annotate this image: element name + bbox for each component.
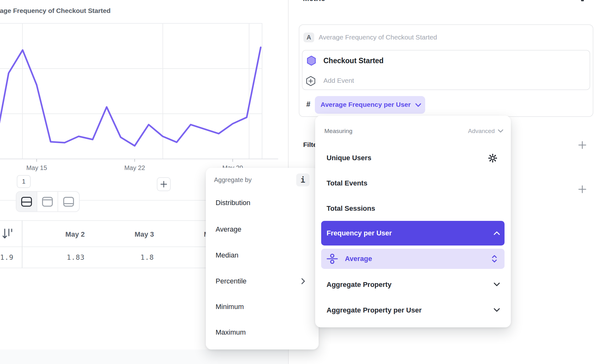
menu-item-median[interactable]: Median — [216, 251, 238, 259]
add-filter-button[interactable] — [578, 141, 586, 149]
add-button[interactable] — [157, 177, 171, 191]
table-cell-2: 1.8 — [140, 253, 154, 261]
advanced-chevron-down-icon[interactable] — [498, 129, 504, 133]
table-cell-0: 1.9 — [0, 253, 14, 261]
page-bottom-band — [0, 349, 288, 364]
menu-item-total-sessions[interactable]: Total Sessions — [327, 204, 375, 213]
measure-dropdown-label: Average Frequency per User — [321, 101, 411, 108]
layout-chart-top-icon — [42, 197, 53, 207]
layout-toggle-group — [16, 191, 80, 212]
measure-chevron-down-icon — [415, 103, 421, 107]
menu-item-aggregate-property-per-user[interactable]: Aggregate Property per User — [327, 306, 422, 314]
event-hexagon-icon — [307, 56, 316, 66]
measuring-label: Measuring — [324, 128, 352, 135]
table-header-may2[interactable]: May 2 — [65, 230, 85, 239]
plus-icon — [160, 181, 167, 188]
metric-section-heading: Metric — [303, 0, 325, 3]
line-chart — [0, 0, 288, 173]
menu-item-percentile[interactable]: Percentile — [216, 277, 247, 285]
x-tick-may22: May 22 — [124, 164, 145, 172]
layout-table-bottom-button[interactable] — [58, 192, 79, 211]
chevron-up-icon — [493, 231, 500, 235]
section-separator-left — [0, 200, 16, 201]
aggregate-by-label: Aggregate by — [214, 176, 252, 184]
menu-item-distribution[interactable]: Distribution — [216, 199, 250, 207]
aggregate-property-per-user-chevron-down-icon — [493, 308, 500, 312]
average-divide-icon — [327, 253, 338, 264]
table-column-separator — [22, 221, 22, 268]
x-tick-may15: May 15 — [26, 164, 47, 172]
add-breakdown-button[interactable] — [578, 185, 586, 193]
add-event-hexagon-icon — [306, 76, 315, 86]
table-header-may3[interactable]: May 3 — [135, 230, 154, 239]
info-icon[interactable]: i — [296, 173, 309, 186]
gear-icon[interactable] — [488, 154, 497, 163]
layout-chart-top-button[interactable] — [37, 192, 58, 211]
aggregate-property-chevron-down-icon — [493, 282, 500, 287]
metric-title-input[interactable]: Average Frequency of Checkout Started — [319, 33, 437, 41]
event-name[interactable]: Checkout Started — [323, 57, 383, 65]
menu-item-maximum[interactable]: Maximum — [216, 328, 246, 337]
advanced-toggle[interactable]: Advanced — [468, 128, 495, 135]
layout-table-bottom-icon — [63, 197, 74, 207]
sort-icon[interactable] — [2, 228, 13, 240]
table-cell-1: 1.83 — [67, 253, 85, 261]
metric-badge: A — [303, 33, 314, 42]
menu-item-average-sub-label: Average — [345, 255, 372, 263]
menu-item-minimum[interactable]: Minimum — [216, 303, 244, 311]
clipped-corner-icon — [581, 0, 584, 1]
menu-item-unique-users[interactable]: Unique Users — [327, 154, 371, 162]
menu-item-frequency-per-user-label: Frequency per User — [327, 229, 392, 237]
measure-type-prefix: # — [306, 100, 310, 109]
add-event-button[interactable]: Add Event — [323, 77, 354, 84]
menu-item-total-events[interactable]: Total Events — [327, 179, 367, 187]
menu-item-average[interactable]: Average — [216, 225, 242, 234]
series-count-button[interactable]: 1 — [17, 175, 31, 188]
layout-split-button[interactable] — [16, 192, 37, 211]
up-down-chevrons-icon — [492, 255, 497, 263]
submenu-chevron-right-icon — [301, 278, 305, 285]
layout-split-icon — [21, 197, 32, 207]
menu-item-aggregate-property[interactable]: Aggregate Property — [327, 281, 391, 289]
